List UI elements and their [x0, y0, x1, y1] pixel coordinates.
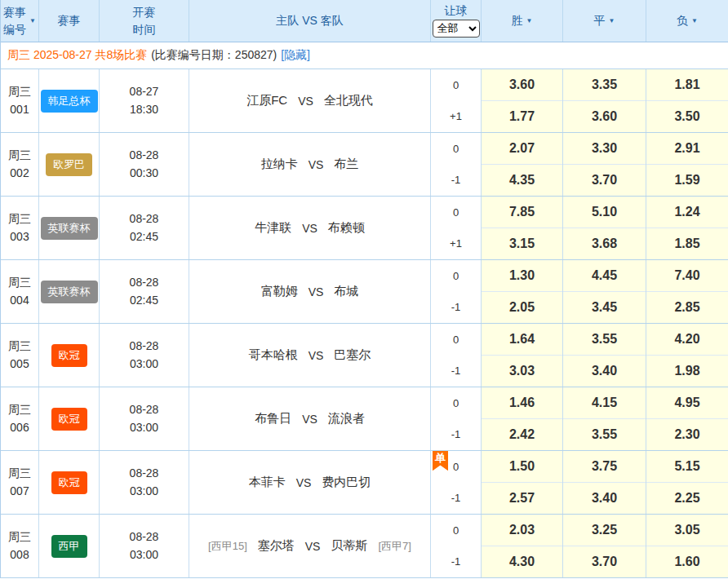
- start-time-cell: 08-28 02:45: [100, 260, 189, 323]
- odds-win-line1[interactable]: 2.07: [482, 133, 562, 165]
- odds-win-line2[interactable]: 2.57: [482, 483, 562, 514]
- odds-lose-line1[interactable]: 3.05: [646, 515, 728, 546]
- odds-lose-line1[interactable]: 4.20: [646, 324, 728, 356]
- match-date: 08-27: [130, 83, 159, 101]
- away-team: 贝蒂斯: [331, 538, 367, 554]
- vs-label: VS: [298, 95, 313, 108]
- odds-lose-line2[interactable]: 2.30: [646, 419, 728, 450]
- odds-draw-line2[interactable]: 3.70: [563, 165, 646, 196]
- handicap-value-line2: +1: [450, 110, 462, 122]
- odds-win-line2[interactable]: 3.15: [482, 228, 562, 259]
- odds-lose-line2[interactable]: 3.50: [646, 101, 728, 132]
- odds-draw-line1[interactable]: 3.75: [563, 451, 646, 483]
- odds-win-line1[interactable]: 3.60: [482, 69, 562, 101]
- match-number: 002: [10, 165, 29, 183]
- start-time-cell: 08-27 18:30: [100, 69, 189, 132]
- league-badge: 欧罗巴: [46, 153, 92, 176]
- odds-win-line1[interactable]: 1.30: [482, 260, 562, 292]
- sort-arrow-icon[interactable]: ▼: [609, 16, 615, 26]
- odds-lose-line1[interactable]: 2.91: [646, 133, 728, 165]
- handicap-filter-select[interactable]: 全部: [433, 20, 480, 38]
- match-id-cell: 周三 002: [1, 133, 39, 196]
- match-day: 周三: [8, 210, 31, 228]
- odds-draw-line2[interactable]: 3.40: [563, 356, 646, 387]
- draw-odds-cell: 4.45 3.45: [563, 260, 646, 323]
- handicap-cell: 单 0 -1: [431, 451, 482, 514]
- handicap-value-line1: 0: [453, 143, 459, 155]
- header-start-time: 开赛 时间: [100, 0, 189, 42]
- odds-win-line2[interactable]: 4.35: [482, 165, 562, 196]
- odds-draw-line1[interactable]: 4.45: [563, 260, 646, 292]
- odds-win-line1[interactable]: 2.03: [482, 515, 562, 546]
- odds-draw-line2[interactable]: 3.40: [563, 483, 646, 514]
- odds-win-line2[interactable]: 2.42: [482, 419, 562, 450]
- match-day: 周三: [8, 83, 31, 101]
- match-row: 周三 007 欧冠 08-28 03:00 本菲卡 VS 费内巴切 单 0 -1…: [1, 451, 728, 515]
- odds-win-line2[interactable]: 1.77: [482, 101, 562, 132]
- odds-lose-line2[interactable]: 2.85: [646, 292, 728, 323]
- odds-win-line1[interactable]: 1.64: [482, 324, 562, 356]
- hide-link[interactable]: [隐藏]: [281, 48, 310, 63]
- odds-draw-line1[interactable]: 4.15: [563, 387, 646, 419]
- odds-lose-line2[interactable]: 1.60: [646, 546, 728, 577]
- odds-win-line2[interactable]: 2.05: [482, 292, 562, 323]
- teams-cell: 牛津联 VS 布赖顿: [189, 197, 431, 259]
- league-cell: 欧罗巴: [39, 133, 100, 196]
- handicap-value-line2: -1: [451, 555, 461, 568]
- odds-lose-line1[interactable]: 1.81: [646, 69, 728, 101]
- odds-lose-line1[interactable]: 5.15: [646, 451, 728, 483]
- header-time-line2: 时间: [133, 21, 156, 38]
- odds-lose-line2[interactable]: 1.85: [646, 228, 728, 259]
- sort-arrow-icon[interactable]: ▼: [29, 16, 36, 26]
- odds-lose-line2[interactable]: 1.59: [646, 165, 728, 196]
- odds-draw-line2[interactable]: 3.60: [563, 101, 646, 132]
- header-match-number-line2: 编号: [3, 21, 26, 38]
- odds-win-line1[interactable]: 1.46: [482, 387, 562, 419]
- odds-draw-line2[interactable]: 3.55: [563, 419, 646, 450]
- handicap-cell: 单 0 -1: [431, 260, 482, 323]
- odds-draw-line2[interactable]: 3.45: [563, 292, 646, 323]
- header-draw[interactable]: 平 ▼: [563, 0, 646, 42]
- sort-arrow-icon[interactable]: ▼: [691, 16, 698, 26]
- odds-lose-line2[interactable]: 1.98: [646, 356, 728, 387]
- match-id-cell: 周三 008: [1, 515, 39, 577]
- odds-draw-line2[interactable]: 3.68: [563, 228, 646, 259]
- odds-win-line1[interactable]: 7.85: [482, 197, 562, 228]
- header-lose-label: 负: [677, 12, 688, 29]
- lose-odds-cell: 4.20 1.98: [646, 324, 728, 387]
- odds-draw-line1[interactable]: 3.35: [563, 69, 646, 101]
- match-time: 18:30: [130, 101, 158, 119]
- handicap-value-line2: -1: [451, 301, 461, 313]
- odds-lose-line1[interactable]: 4.95: [646, 387, 728, 419]
- lose-odds-cell: 5.15 2.25: [646, 451, 728, 514]
- header-match-number[interactable]: 赛事 编号 ▼: [1, 0, 39, 42]
- odds-lose-line1[interactable]: 1.24: [646, 197, 728, 228]
- single-badge: 单: [433, 451, 448, 471]
- odds-draw-line1[interactable]: 5.10: [563, 197, 646, 228]
- header-win[interactable]: 胜 ▼: [482, 0, 563, 42]
- date-summary: 周三 2025-08-27 共8场比赛: [7, 48, 147, 63]
- odds-lose-line2[interactable]: 2.25: [646, 483, 728, 514]
- match-number: 004: [10, 292, 29, 310]
- match-date: 08-28: [130, 210, 159, 228]
- handicap-cell: 单 0 -1: [431, 387, 482, 450]
- header-lose[interactable]: 负 ▼: [646, 0, 728, 42]
- league-cell: 西甲: [39, 515, 100, 577]
- odds-draw-line1[interactable]: 3.25: [563, 515, 646, 546]
- handicap-value-line1: 0: [453, 206, 459, 219]
- odds-draw-line1[interactable]: 3.55: [563, 324, 646, 356]
- start-time-cell: 08-28 03:00: [100, 387, 189, 450]
- handicap-value-line2: -1: [451, 365, 461, 377]
- match-date: 08-28: [130, 401, 159, 419]
- odds-lose-line1[interactable]: 7.40: [646, 260, 728, 292]
- odds-draw-line1[interactable]: 3.30: [563, 133, 646, 165]
- odds-win-line2[interactable]: 3.03: [482, 356, 562, 387]
- match-time: 03:00: [130, 546, 158, 564]
- odds-win-line1[interactable]: 1.50: [482, 451, 562, 483]
- win-odds-cell: 2.03 4.30: [482, 515, 563, 577]
- match-row: 周三 004 英联赛杯 08-28 02:45 富勒姆 VS 布城 单 0 -1…: [1, 260, 728, 324]
- away-team: 巴塞尔: [334, 347, 371, 363]
- odds-draw-line2[interactable]: 3.70: [563, 546, 646, 577]
- sort-arrow-icon[interactable]: ▼: [526, 16, 533, 26]
- odds-win-line2[interactable]: 4.30: [482, 546, 562, 577]
